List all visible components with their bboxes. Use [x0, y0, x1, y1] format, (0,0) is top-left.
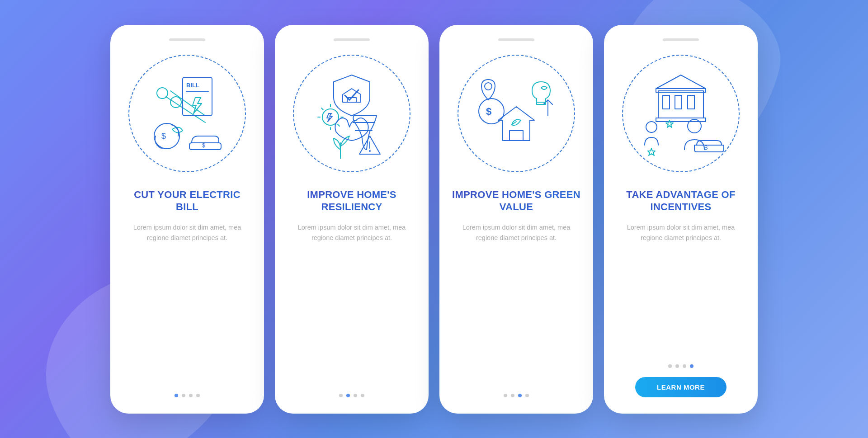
- icon-circle-electric-bill: BILL $: [128, 55, 246, 172]
- dot-2-3: [354, 394, 357, 397]
- svg-text:BILL: BILL: [186, 82, 199, 89]
- svg-point-25: [485, 83, 492, 90]
- phone-notch-3: [498, 38, 534, 41]
- card-1-description: Lorem ipsum dolor sit dim amet, mea regi…: [123, 222, 251, 244]
- svg-text:$: $: [161, 132, 166, 141]
- dot-4-3: [683, 364, 686, 368]
- dot-1-3: [189, 394, 193, 397]
- dot-2-2: [346, 394, 350, 397]
- card-green-value: $ IMPROVE HOME'S: [439, 25, 593, 414]
- svg-rect-28: [675, 95, 682, 109]
- dot-2-4: [361, 394, 364, 397]
- cards-container: BILL $: [101, 16, 767, 423]
- electric-bill-icon: BILL $: [142, 68, 232, 159]
- dot-1-4: [196, 394, 200, 397]
- phone-notch-4: [663, 38, 699, 41]
- phone-notch: [169, 38, 205, 41]
- card-4-dots: [668, 364, 693, 368]
- svg-text:$: $: [202, 142, 205, 149]
- svg-line-15: [338, 124, 340, 126]
- dot-4-2: [675, 364, 679, 368]
- card-electric-bill: BILL $: [110, 25, 264, 414]
- card-2-dots: [339, 394, 364, 397]
- resiliency-icon: [307, 68, 397, 159]
- card-4-description: Lorem ipsum dolor sit dim amet, mea regi…: [617, 222, 745, 244]
- card-2-description: Lorem ipsum dolor sit dim amet, mea regi…: [288, 222, 416, 244]
- svg-rect-27: [663, 95, 670, 109]
- dot-2-1: [339, 394, 343, 397]
- svg-text:$: $: [704, 144, 708, 151]
- card-4-title: TAKE ADVANTAGE OF INCENTIVES: [617, 188, 745, 213]
- card-3-dots: [504, 394, 529, 397]
- dot-4-4: [690, 364, 693, 368]
- svg-text:$: $: [486, 106, 491, 117]
- svg-point-20: [369, 150, 371, 152]
- card-incentives: $ TAKE ADVANTAGE OF INCENTIVES Lorem ips…: [604, 25, 758, 414]
- dot-3-4: [525, 394, 529, 397]
- green-value-icon: $: [471, 68, 561, 159]
- incentives-icon: $: [636, 68, 726, 159]
- card-1-title: CUT YOUR ELECTRIC BILL: [123, 188, 251, 213]
- card-3-description: Lorem ipsum dolor sit dim amet, mea regi…: [452, 222, 580, 244]
- card-3-title: IMPROVE HOME'S GREEN VALUE: [452, 188, 580, 213]
- dot-4-1: [668, 364, 672, 368]
- icon-circle-incentives: $: [622, 55, 740, 172]
- card-2-title: IMPROVE HOME'S RESILIENCY: [288, 188, 416, 213]
- card-1-dots: [175, 394, 200, 397]
- svg-rect-29: [688, 95, 694, 109]
- card-resiliency: IMPROVE HOME'S RESILIENCY Lorem ipsum do…: [275, 25, 429, 414]
- svg-point-32: [646, 122, 657, 132]
- dot-3-3: [518, 394, 522, 397]
- dot-1-1: [175, 394, 178, 397]
- icon-circle-resiliency: [293, 55, 410, 172]
- svg-line-14: [321, 108, 323, 110]
- phone-notch-2: [334, 38, 370, 41]
- dot-1-2: [182, 394, 185, 397]
- learn-more-button[interactable]: LEARN MORE: [635, 377, 726, 397]
- dot-3-1: [504, 394, 507, 397]
- icon-circle-green-value: $: [458, 55, 575, 172]
- dot-3-2: [511, 394, 514, 397]
